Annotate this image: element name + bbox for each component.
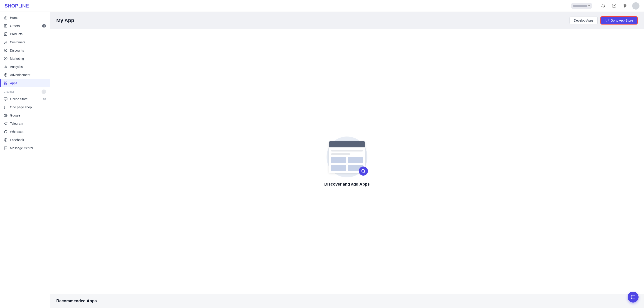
sidebar-item-label: Online Store xyxy=(10,97,28,101)
chevron-down-icon: ▾ xyxy=(588,4,590,8)
sidebar-item-label: Analytics xyxy=(10,65,23,68)
brand-logo: SHOPLINE xyxy=(4,3,29,9)
sidebar-item-label: Marketing xyxy=(10,57,24,60)
empty-illustration xyxy=(324,136,370,178)
content-area: Discover and add Apps xyxy=(50,29,644,294)
facebook-icon xyxy=(4,138,8,142)
svg-point-25 xyxy=(44,98,45,100)
sidebar-item-label: Facebook xyxy=(10,138,24,142)
bottom-section-title: Recommended Apps xyxy=(56,299,638,304)
sidebar-item-label: Telegram xyxy=(10,122,23,126)
header: SHOPLINE ▾ xyxy=(0,0,644,12)
sidebar-item-telegram[interactable]: Telegram xyxy=(0,120,50,128)
header-right: ▾ xyxy=(571,2,640,10)
sidebar-item-label: Whatsapp xyxy=(10,130,24,134)
empty-state: Discover and add Apps xyxy=(324,136,370,187)
page-title: My App xyxy=(56,18,74,24)
marketing-icon xyxy=(4,56,8,61)
browser-card-3 xyxy=(331,165,346,171)
browser-card-2 xyxy=(348,157,363,163)
sidebar-item-facebook[interactable]: Facebook xyxy=(0,136,50,144)
sidebar-item-one-page-shop[interactable]: One page shop xyxy=(0,103,50,111)
home-icon xyxy=(4,16,8,20)
svg-point-10 xyxy=(6,51,6,51)
google-icon xyxy=(4,113,8,118)
sidebar-item-home[interactable]: Home xyxy=(0,14,50,22)
sidebar-item-label: Products xyxy=(10,32,22,36)
sidebar-item-marketing[interactable]: Marketing xyxy=(0,54,50,63)
sidebar-item-label: Advertisement xyxy=(10,73,30,77)
sidebar-item-label: Customers xyxy=(10,40,26,44)
browser-bar xyxy=(329,141,365,148)
avatar[interactable] xyxy=(632,2,640,10)
sidebar-item-label: Discounts xyxy=(10,48,24,52)
svg-line-32 xyxy=(364,172,365,173)
one-page-icon xyxy=(4,105,8,109)
sidebar-item-label: Message Center xyxy=(10,146,34,150)
sidebar-item-message-center[interactable]: Message Center xyxy=(0,144,50,152)
channel-add-button[interactable]: + xyxy=(42,90,46,94)
go-to-app-store-button[interactable]: Go to App Store xyxy=(600,16,638,24)
svg-point-9 xyxy=(5,50,6,50)
eye-icon[interactable] xyxy=(43,98,46,100)
customers-icon xyxy=(4,40,8,44)
wifi-icon xyxy=(621,2,628,10)
svg-point-8 xyxy=(5,41,6,42)
sidebar-item-label: Google xyxy=(10,114,20,117)
page-header-actions: Develop Apps Go to App Store xyxy=(570,16,638,24)
sidebar-item-label: Orders xyxy=(10,24,20,28)
store-selector[interactable]: ▾ xyxy=(571,3,592,9)
sidebar-item-label: Home xyxy=(10,16,18,20)
store-icon xyxy=(4,97,8,101)
sidebar-item-online-store[interactable]: Online Store xyxy=(0,95,50,103)
svg-point-31 xyxy=(362,170,365,172)
svg-rect-20 xyxy=(4,83,6,84)
page-header: My App Develop Apps Go to App Store xyxy=(50,12,644,29)
sidebar: Home Orders 4 Products Customers Disco xyxy=(0,12,50,308)
message-center-icon xyxy=(4,146,8,150)
help-icon[interactable] xyxy=(610,2,618,10)
svg-rect-28 xyxy=(606,19,608,21)
sidebar-item-whatsapp[interactable]: Whatsapp xyxy=(0,128,50,136)
sidebar-item-label: Apps xyxy=(10,81,17,85)
products-icon xyxy=(4,32,8,36)
orders-icon xyxy=(4,24,8,28)
bottom-section: Recommended Apps xyxy=(50,294,644,308)
svg-rect-18 xyxy=(4,82,6,83)
main-content: My App Develop Apps Go to App Store xyxy=(50,12,644,308)
search-circle xyxy=(359,166,368,176)
sidebar-item-products[interactable]: Products xyxy=(0,30,50,38)
discounts-icon xyxy=(4,48,8,52)
orders-badge: 4 xyxy=(42,24,46,28)
advertisement-icon xyxy=(4,73,8,77)
browser-card-1 xyxy=(331,157,346,163)
sidebar-item-label: One page shop xyxy=(10,106,32,109)
browser-line-2 xyxy=(331,153,350,155)
chat-bubble-button[interactable] xyxy=(628,292,638,302)
develop-apps-button[interactable]: Develop Apps xyxy=(570,16,598,24)
channel-section: Channel + xyxy=(0,87,50,95)
whatsapp-icon xyxy=(4,130,8,134)
sidebar-item-orders[interactable]: Orders 4 xyxy=(0,22,50,30)
svg-rect-22 xyxy=(4,98,7,100)
main-layout: Home Orders 4 Products Customers Disco xyxy=(0,12,644,308)
telegram-icon xyxy=(4,122,8,126)
sidebar-item-advertisement[interactable]: Advertisement xyxy=(0,71,50,79)
store-selector-bar xyxy=(574,5,587,7)
sidebar-item-analytics[interactable]: Analytics xyxy=(0,63,50,71)
chat-bubble-icon xyxy=(630,294,636,300)
empty-state-title: Discover and add Apps xyxy=(324,182,370,187)
svg-point-2 xyxy=(625,7,625,8)
analytics-icon xyxy=(4,65,8,69)
svg-rect-19 xyxy=(6,82,7,83)
store-btn-icon xyxy=(605,19,608,22)
browser-line-1 xyxy=(331,150,363,152)
bell-icon[interactable] xyxy=(600,2,607,10)
svg-rect-21 xyxy=(6,83,7,84)
sidebar-item-google[interactable]: Google xyxy=(0,111,50,120)
sidebar-item-apps[interactable]: Apps xyxy=(0,79,50,87)
browser-cards xyxy=(331,157,363,171)
sidebar-item-customers[interactable]: Customers xyxy=(0,38,50,46)
apps-icon xyxy=(4,81,8,85)
sidebar-item-discounts[interactable]: Discounts xyxy=(0,46,50,54)
